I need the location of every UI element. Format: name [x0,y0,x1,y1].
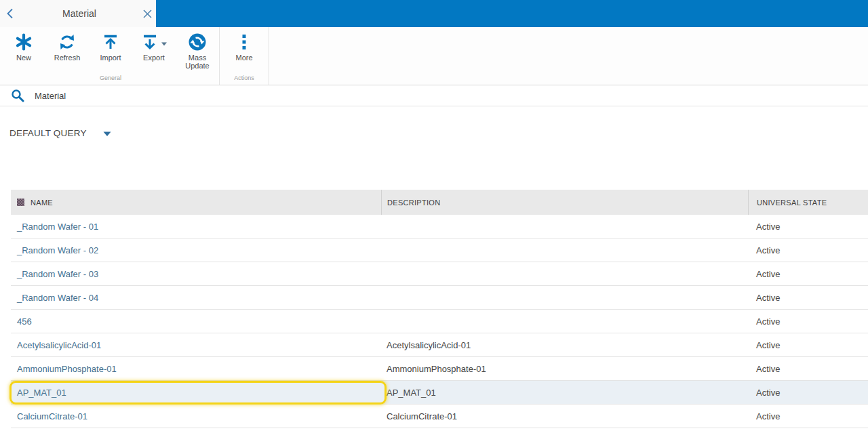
select-all-square-icon[interactable] [17,199,24,206]
row-name-link[interactable]: AmmoniumPhosphate-01 [17,364,117,374]
table-row-highlighted[interactable]: AP_MAT_01 AP_MAT_01 Active [11,381,868,405]
mass-update-button[interactable]: Mass Update [176,27,219,73]
toolbar-group-general: New Refresh [2,27,220,85]
column-header-name[interactable]: NAME [11,190,381,215]
column-header-description[interactable]: DESCRIPTION [381,190,748,215]
row-state: Active [748,388,868,398]
row-state: Active [748,316,868,327]
more-vertical-dots-icon [242,32,246,52]
row-name-link[interactable]: AcetylsalicylicAcid-01 [17,340,101,350]
refresh-button-label: Refresh [54,54,81,62]
export-arrow-down-icon [141,33,159,51]
refresh-icon [58,32,76,52]
row-state: Active [748,269,868,279]
chevron-left-icon [5,7,15,20]
refresh-button[interactable]: Refresh [45,27,89,73]
table-row[interactable]: AcetylsalicylicAcid-01 AcetylsalicylicAc… [11,333,868,357]
row-name-link[interactable]: CalciumCitrate-01 [17,411,87,421]
tab-material[interactable]: Material [20,0,156,27]
table-row[interactable]: _Random Wafer - 02 Active [11,239,868,262]
export-button[interactable]: Export [132,27,176,73]
row-name-link[interactable]: 456 [17,316,32,327]
tab-close-button[interactable] [138,9,156,18]
column-header-universal-state-label: UNIVERSAL STATE [757,199,827,207]
more-button-label: More [235,54,252,62]
search-input-value: Material [35,91,66,101]
query-selector-label: DEFAULT QUERY [9,128,87,138]
column-header-name-label: NAME [31,199,53,207]
query-selector[interactable]: DEFAULT QUERY [0,126,136,140]
row-state: Active [748,222,868,232]
toolbar: New Refresh [0,27,868,85]
export-button-label: Export [143,54,165,62]
top-bar: Material [0,0,868,27]
row-description: AP_MAT_01 [381,388,748,398]
mass-update-button-label: Mass Update [182,54,213,70]
toolbar-group-label-actions: Actions [220,73,269,85]
search-bar[interactable]: Material [0,85,868,106]
column-header-universal-state[interactable]: UNIVERSAL STATE [748,190,868,215]
mass-update-sync-icon [188,32,207,52]
row-name-link[interactable]: AP_MAT_01 [17,388,66,398]
table-row[interactable]: AmmoniumPhosphate-01 AmmoniumPhosphate-0… [11,357,868,381]
table-row[interactable]: _Random Wafer - 03 Active [11,262,868,286]
row-state: Active [748,245,868,255]
back-button[interactable] [0,0,20,27]
row-description: CalciumCitrate-01 [381,411,748,421]
import-arrow-up-icon [102,32,119,52]
search-icon [11,89,24,102]
import-button[interactable]: Import [89,27,132,73]
row-state: Active [748,340,868,350]
row-name-link[interactable]: _Random Wafer - 01 [17,222,98,232]
toolbar-group-actions: More Actions [220,27,269,85]
import-button-label: Import [100,54,121,62]
title-bar-fill [156,0,868,27]
new-button[interactable]: New [2,27,45,73]
row-description: AcetylsalicylicAcid-01 [381,340,748,350]
row-name-link[interactable]: _Random Wafer - 02 [17,245,98,255]
row-description: AmmoniumPhosphate-01 [381,364,748,374]
row-state: Active [748,293,868,303]
table-row[interactable]: 456 Active [11,310,868,333]
export-dropdown-caret-icon[interactable] [161,42,167,46]
tab-title: Material [20,8,138,19]
grid-header-row: NAME DESCRIPTION UNIVERSAL STATE [11,190,868,215]
material-grid: NAME DESCRIPTION UNIVERSAL STATE _Random… [11,190,868,428]
row-state: Active [748,411,868,421]
new-asterisk-icon [15,32,33,52]
table-row[interactable]: _Random Wafer - 01 Active [11,215,868,239]
table-row[interactable]: _Random Wafer - 04 Active [11,286,868,310]
close-x-icon [143,9,152,18]
row-state: Active [748,364,868,374]
column-header-description-label: DESCRIPTION [387,199,440,207]
new-button-label: New [16,54,31,62]
table-row[interactable]: CalciumCitrate-01 CalciumCitrate-01 Acti… [11,405,868,428]
more-button[interactable]: More [222,27,266,73]
toolbar-group-label-general: General [2,73,219,85]
chevron-down-icon [103,131,111,137]
row-name-link[interactable]: _Random Wafer - 04 [17,293,98,303]
row-name-link[interactable]: _Random Wafer - 03 [17,269,98,279]
